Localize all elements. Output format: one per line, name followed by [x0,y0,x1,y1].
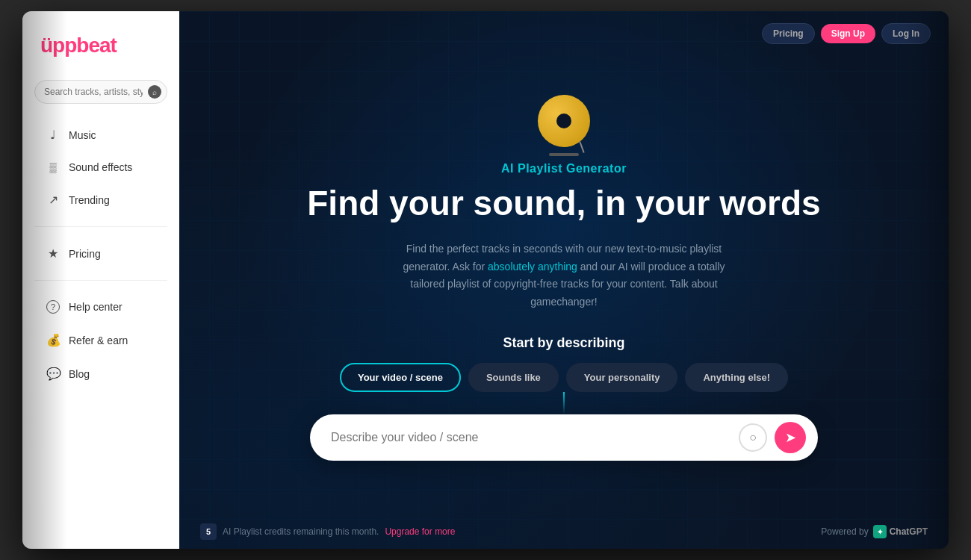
sidebar-item-trending[interactable]: ↗ Trending [28,184,173,216]
hero-description-highlight: absolutely anything [488,261,577,273]
mic-button[interactable]: ○ [739,423,767,452]
trending-icon: ↗ [46,193,60,207]
credits-count: 5 [200,523,217,540]
chatgpt-logo: ✦ ChatGPT [873,525,928,538]
soundwave-icon: ▒ [46,162,60,173]
top-nav: Pricing Sign Up Log In [179,11,949,56]
money-icon: 💰 [46,333,60,347]
logo-text: üppbeat [40,34,161,57]
sidebar-item-music-label: Music [69,129,96,141]
credits-text: AI Playlist credits remaining this month… [223,526,379,537]
sidebar-item-pricing-label: Pricing [69,248,101,260]
sidebar-item-blog-label: Blog [69,368,90,380]
upgrade-link[interactable]: Upgrade for more [385,526,455,537]
nav-pricing-button[interactable]: Pricing [762,23,815,44]
sidebar-nav: ♩ Music ▒ Sound effects ↗ Trending ★ Pri… [22,119,179,534]
sidebar-item-sound-effects[interactable]: ▒ Sound effects [28,152,173,182]
search-button[interactable]: ⌕ [148,85,161,99]
main-content: Pricing Sign Up Log In AI Playlist Gener… [179,11,949,549]
sidebar-item-trending-label: Trending [69,194,110,206]
sidebar: üppbeat ⌕ ♩ Music ▒ Sound effects ↗ Tren… [22,11,179,549]
sidebar-item-help[interactable]: ? Help center [28,291,173,323]
tab-buttons: Your video / scene Sounds like Your pers… [340,363,788,392]
sidebar-item-refer-label: Refer & earn [69,335,128,346]
hero-section: AI Playlist Generator Find your sound, i… [179,56,949,514]
star-icon: ★ [46,246,60,261]
tab-connector [563,392,565,414]
powered-by: Powered by ✦ ChatGPT [821,525,928,538]
powered-by-label: Powered by [821,526,868,537]
nav-divider-2 [34,280,167,281]
tab-sounds-like[interactable]: Sounds like [468,363,559,392]
tab-anything-else[interactable]: Anything else! [685,363,788,392]
monitor-frame: üppbeat ⌕ ♩ Music ▒ Sound effects ↗ Tren… [22,11,949,549]
music-icon: ♩ [46,128,60,142]
chatgpt-brand: ChatGPT [890,526,928,537]
search-container: ⌕ [34,80,167,104]
vinyl-disc [538,95,590,147]
send-button[interactable]: ➤ [775,422,806,453]
nav-divider [34,226,167,227]
sidebar-item-help-label: Help center [69,301,122,313]
hero-title: Find your sound, in your words [307,184,820,223]
hero-subtitle: AI Playlist Generator [501,162,627,175]
needle-icon [579,141,584,153]
search-area: ⌕ [22,80,179,119]
tab-personality[interactable]: Your personality [566,363,678,392]
sidebar-item-blog[interactable]: 💬 Blog [28,358,173,390]
vinyl-center [556,113,571,128]
vinyl-base [549,153,579,156]
blog-icon: 💬 [46,367,60,381]
main-search-container: ○ ➤ [310,414,818,461]
logo: üppbeat [22,26,179,80]
credits-bar: 5 AI Playlist credits remaining this mon… [179,514,949,549]
mic-icon: ○ [749,431,757,444]
nav-login-button[interactable]: Log In [881,23,931,44]
hero-description: Find the perfect tracks in seconds with … [385,240,743,311]
chatgpt-icon: ✦ [873,525,887,538]
help-icon: ? [46,300,60,314]
credits-info: 5 AI Playlist credits remaining this mon… [200,523,455,540]
sidebar-item-sound-effects-label: Sound effects [69,161,132,173]
vinyl-icon [538,95,590,147]
tab-video-scene[interactable]: Your video / scene [340,363,461,392]
nav-signup-button[interactable]: Sign Up [821,24,875,43]
search-actions: ○ ➤ [739,422,806,453]
sidebar-item-refer[interactable]: 💰 Refer & earn [28,324,173,356]
sidebar-item-music[interactable]: ♩ Music [28,119,173,151]
send-icon: ➤ [785,429,796,446]
start-label: Start by describing [503,335,624,351]
sidebar-item-pricing[interactable]: ★ Pricing [28,237,173,270]
